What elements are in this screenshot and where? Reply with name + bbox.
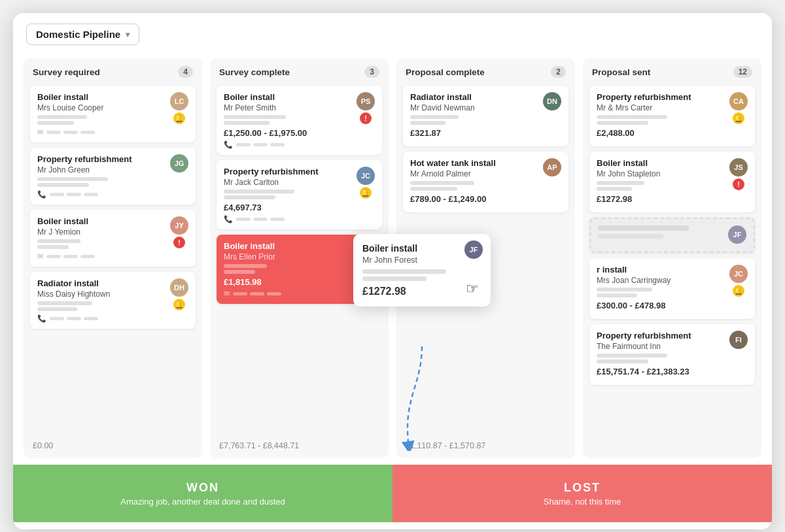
card-name: Mr Arnold Palmer xyxy=(410,169,496,178)
notification-badge: 🔔 xyxy=(733,285,744,297)
card[interactable]: Property refurbishment Mr John Green 📞 xyxy=(30,148,196,205)
card-line xyxy=(224,195,275,199)
card-title: r install xyxy=(597,265,671,274)
column-count: 3 xyxy=(364,66,379,78)
alert-badge: ! xyxy=(733,178,744,190)
column-header: Survey required 4 xyxy=(24,58,202,83)
column-footer xyxy=(583,445,761,458)
avatar: DH xyxy=(170,278,188,297)
card-name: Mrs Ellen Prior xyxy=(224,252,281,261)
card-bottom-line xyxy=(267,292,281,295)
card-bottom-line xyxy=(253,143,268,146)
card-line xyxy=(597,121,648,125)
card-name: Mr John Green xyxy=(37,165,131,175)
column-header: Proposal sent 12 xyxy=(583,58,761,83)
card[interactable]: Boiler install Mr Peter Smith £1,250.00 … xyxy=(217,86,382,155)
header: Domestic Pipeline ▾ xyxy=(13,13,772,53)
tooltip-name: Mr John Forest xyxy=(362,256,479,265)
tooltip-avatar: JF xyxy=(464,241,483,259)
card-name: Mr J Yemion xyxy=(37,227,95,237)
card-line xyxy=(37,183,89,187)
card-name: Mr & Mrs Carter xyxy=(597,103,691,112)
card-name: Mr Peter Smith xyxy=(224,103,307,112)
avatar: JY xyxy=(170,216,188,235)
column-title: Survey complete xyxy=(219,67,290,77)
column-count: 12 xyxy=(733,66,752,78)
card-title: Radiator install xyxy=(410,92,475,102)
card-line xyxy=(597,187,632,191)
card-line xyxy=(410,181,474,185)
card-bottom-line xyxy=(233,292,247,295)
card[interactable]: Boiler install Mrs Louise Cooper ✉ xyxy=(30,86,196,142)
tooltip-title: Boiler install xyxy=(362,243,479,254)
notification-badge: 🔔 xyxy=(173,112,185,124)
column-proposal-sent: Proposal sent 12 Property refurbishment … xyxy=(583,58,761,458)
card-name: Mr Jack Carlton xyxy=(224,178,318,187)
card-price: £321.87 xyxy=(410,128,475,138)
outcome-strip: WON Amazing job, another deal done and d… xyxy=(13,465,772,522)
card-bottom-line xyxy=(236,218,251,221)
column-cards: Property refurbishment Mr & Mrs Carter £… xyxy=(583,83,761,445)
card-price: £2,488.00 xyxy=(597,128,691,138)
avatar: JC xyxy=(729,265,748,283)
card-bottom-line xyxy=(46,255,61,258)
column-header: Survey complete 3 xyxy=(210,58,389,83)
lost-sub: Shame, not this time xyxy=(544,497,621,507)
card-bottom-line xyxy=(63,255,78,258)
card[interactable]: Radiator install Mr David Newman £321.87… xyxy=(403,86,568,146)
card-line xyxy=(224,264,267,268)
card[interactable]: Radiator install Miss Daisy Hightown 📞 xyxy=(30,272,196,329)
chevron-down-icon: ▾ xyxy=(126,30,130,39)
tooltip-price: £1272.98 xyxy=(362,286,479,297)
card-name: Mrs Louise Cooper xyxy=(37,103,103,112)
notification-badge: 🔔 xyxy=(360,187,372,199)
card[interactable]: Property refurbishment The Fairmount Inn… xyxy=(589,324,755,385)
card-line xyxy=(410,115,459,119)
pipeline-dropdown[interactable]: Domestic Pipeline ▾ xyxy=(26,24,139,45)
app-container: Domestic Pipeline ▾ Survey required 4 Bo… xyxy=(13,13,772,529)
card-line xyxy=(37,301,92,305)
card[interactable]: Boiler install Mr John Stapleton £1272.9… xyxy=(589,152,755,212)
card-bottom-line xyxy=(84,317,98,320)
tooltip-line xyxy=(362,276,427,281)
card-bottom-line xyxy=(250,292,264,295)
card[interactable]: r install Mrs Joan Carringway £300.00 - … xyxy=(589,258,755,319)
alert-badge: ! xyxy=(360,112,372,124)
card-price: £1,815.98 xyxy=(224,277,281,287)
card-line xyxy=(37,245,69,249)
pipeline-label: Domestic Pipeline xyxy=(36,29,120,40)
card-line xyxy=(37,121,74,125)
card-bottom-line xyxy=(236,143,251,146)
card-line xyxy=(597,359,648,363)
card-title: Property refurbishment xyxy=(597,92,691,102)
tooltip-line xyxy=(362,269,446,274)
notification-badge: 🔔 xyxy=(733,112,744,124)
alert-badge: ! xyxy=(173,237,185,248)
card-bottom-line xyxy=(67,193,81,196)
email-icon: ✉ xyxy=(224,290,230,298)
cursor-icon: ☞ xyxy=(466,280,479,297)
card-name: Mrs Joan Carringway xyxy=(597,276,671,285)
card-line xyxy=(410,121,445,125)
drag-tooltip-card: JF Boiler install Mr John Forest £1272.9… xyxy=(353,234,491,307)
card-bottom-line xyxy=(84,193,98,196)
card[interactable]: Hot water tank install Mr Arnold Palmer … xyxy=(403,152,568,212)
column-survey-required: Survey required 4 Boiler install Mrs Lou… xyxy=(24,58,202,458)
card-title: Property refurbishment xyxy=(37,154,131,164)
card-name: Mr John Stapleton xyxy=(597,169,660,178)
avatar: JC xyxy=(357,167,375,185)
card-line xyxy=(597,293,637,297)
avatar: CA xyxy=(729,92,748,110)
email-icon: ✉ xyxy=(37,252,43,261)
card-name: Mr David Newman xyxy=(410,103,475,112)
outcome-lost[interactable]: LOST Shame, not this time xyxy=(392,465,772,522)
card[interactable]: Boiler install Mr J Yemion ✉ xyxy=(30,210,196,267)
avatar: PS xyxy=(357,92,375,110)
card[interactable]: Property refurbishment Mr Jack Carlton £… xyxy=(217,160,382,229)
outcome-won[interactable]: WON Amazing job, another deal done and d… xyxy=(13,465,392,522)
card[interactable]: Property refurbishment Mr & Mrs Carter £… xyxy=(589,86,755,146)
column-count: 2 xyxy=(551,66,566,78)
card-line xyxy=(597,115,667,119)
email-icon: ✉ xyxy=(37,128,43,137)
lost-label: LOST xyxy=(564,481,601,495)
